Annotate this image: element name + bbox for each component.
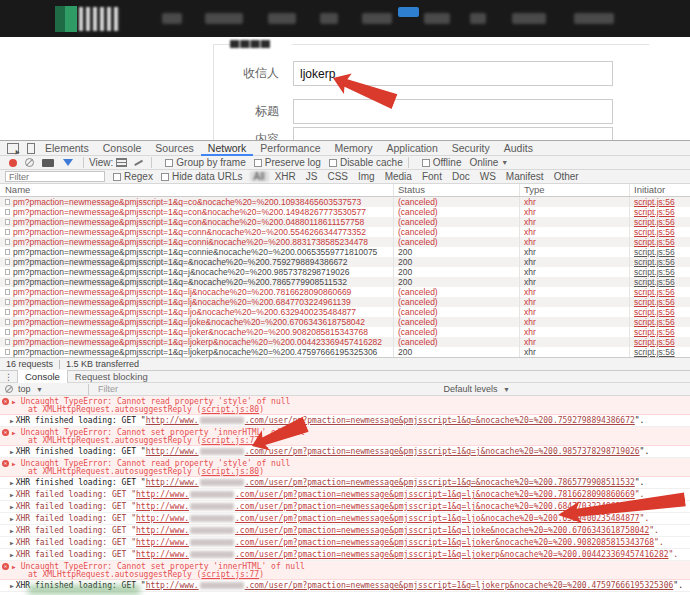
network-request-row[interactable]: pm?pmaction=newmessage&pmjsscript=1&q=lj… [0, 327, 690, 337]
censored-nav-item[interactable] [470, 13, 486, 24]
devtools-tab-performance[interactable]: Performance [253, 141, 327, 156]
devtools-tab-security[interactable]: Security [445, 141, 497, 156]
type-chip-css[interactable]: CSS [323, 171, 352, 182]
censored-nav-item[interactable] [424, 13, 450, 24]
console-levels-select[interactable]: Default levels ▼ [444, 384, 510, 394]
filmstrip-icon[interactable] [42, 159, 54, 167]
column-header-name[interactable]: Name [0, 184, 394, 196]
expand-triangle-icon[interactable]: ▶ [10, 491, 14, 498]
censored-nav-item[interactable] [162, 13, 182, 24]
type-chip-font[interactable]: Font [418, 171, 446, 182]
disable-cache-checkbox[interactable] [329, 159, 337, 167]
devtools-tab-console[interactable]: Console [96, 141, 149, 156]
preserve-log-checkbox[interactable] [254, 159, 262, 167]
column-header-type[interactable]: Type [520, 184, 630, 196]
type-chip-manifest[interactable]: Manifest [502, 171, 548, 182]
request-url-link[interactable]: http://www..com/user/pm?pmaction=newmess… [146, 581, 674, 590]
view-waterfall-icon[interactable] [133, 158, 143, 167]
expand-triangle-icon[interactable]: ▶ [10, 417, 14, 424]
initiator-link[interactable]: script.js:56 [634, 327, 675, 337]
censored-nav-item[interactable] [320, 13, 338, 24]
devtools-tab-audits[interactable]: Audits [497, 141, 540, 156]
network-request-row[interactable]: pm?pmaction=newmessage&pmjsscript=1&q=co… [0, 227, 690, 237]
network-request-row[interactable]: pm?pmaction=newmessage&pmjsscript=1&q=lj… [0, 347, 690, 357]
content-input[interactable] [293, 127, 613, 140]
site-logo-text[interactable] [79, 7, 121, 31]
expand-triangle-icon[interactable]: ▶ [12, 396, 16, 407]
expand-triangle-icon[interactable]: ▶ [12, 427, 16, 438]
request-url-link[interactable]: http://www..com/user/pm?pmaction=newmess… [146, 416, 635, 425]
network-request-row[interactable]: pm?pmaction=newmessage&pmjsscript=1&q=co… [0, 237, 690, 247]
expand-triangle-icon[interactable]: ▶ [12, 561, 16, 572]
network-request-row[interactable]: pm?pmaction=newmessage&pmjsscript=1&q=j&… [0, 267, 690, 277]
drawer-menu-icon[interactable]: ⋮ [4, 372, 13, 382]
source-link[interactable]: script.js:77 [201, 570, 259, 579]
source-link[interactable]: script.js:80 [201, 467, 259, 476]
site-logo-icon[interactable] [55, 6, 77, 32]
network-request-row[interactable]: pm?pmaction=newmessage&pmjsscript=1&q=&n… [0, 257, 690, 267]
network-request-row[interactable]: pm?pmaction=newmessage&pmjsscript=1&q=lj… [0, 337, 690, 347]
expand-triangle-icon[interactable]: ▶ [10, 539, 14, 546]
censored-nav-item[interactable] [268, 13, 296, 24]
network-filter-input[interactable] [5, 171, 105, 182]
initiator-link[interactable]: script.js:56 [634, 197, 675, 207]
expand-triangle-icon[interactable]: ▶ [12, 458, 16, 469]
devtools-tab-memory[interactable]: Memory [327, 141, 379, 156]
network-request-row[interactable]: pm?pmaction=newmessage&pmjsscript=1&q=lj… [0, 297, 690, 307]
hide-data-urls-checkbox[interactable] [161, 173, 169, 181]
initiator-link[interactable]: script.js:56 [634, 297, 675, 307]
request-url-link[interactable]: http://www..com/user/pm?pmaction=newmess… [146, 447, 640, 456]
type-chip-ws[interactable]: WS [476, 171, 500, 182]
type-chip-other[interactable]: Other [550, 171, 583, 182]
censored-nav-item[interactable] [512, 13, 546, 24]
type-chip-img[interactable]: Img [354, 171, 379, 182]
expand-triangle-icon[interactable]: ▶ [10, 479, 14, 486]
network-request-row[interactable]: pm?pmaction=newmessage&pmjsscript=1&q=co… [0, 247, 690, 257]
device-toolbar-icon[interactable] [27, 143, 35, 154]
expand-triangle-icon[interactable]: ▶ [10, 503, 14, 510]
initiator-link[interactable]: script.js:56 [634, 247, 675, 257]
request-url-link[interactable]: http://www..com/user/pm?pmaction=newmess… [146, 478, 635, 487]
expand-triangle-icon[interactable]: ▶ [10, 448, 14, 455]
view-grid-icon[interactable] [116, 158, 127, 167]
initiator-link[interactable]: script.js:56 [634, 257, 675, 267]
drawer-tab-request-blocking[interactable]: Request blocking [68, 370, 155, 383]
drawer-tab-console[interactable]: Console [17, 370, 68, 383]
clear-console-icon[interactable] [5, 385, 13, 393]
network-request-row[interactable]: pm?pmaction=newmessage&pmjsscript=1&q=co… [0, 197, 690, 207]
initiator-link[interactable]: script.js:56 [634, 217, 675, 227]
offline-checkbox[interactable] [422, 159, 430, 167]
initiator-link[interactable]: script.js:56 [634, 227, 675, 237]
initiator-link[interactable]: script.js:56 [634, 337, 675, 347]
clear-icon[interactable] [25, 158, 34, 167]
initiator-link[interactable]: script.js:56 [634, 307, 675, 317]
column-header-status[interactable]: Status [394, 184, 520, 196]
initiator-link[interactable]: script.js:56 [634, 287, 675, 297]
expand-triangle-icon[interactable]: ▶ [10, 551, 14, 558]
console-filter-input[interactable]: Filter [98, 384, 118, 394]
request-url-link[interactable]: http://www..com/user/pm?pmaction=newmess… [136, 550, 668, 559]
type-chip-all[interactable]: All [250, 171, 269, 182]
devtools-tab-application[interactable]: Application [379, 141, 444, 156]
initiator-link[interactable]: script.js:56 [634, 277, 675, 287]
initiator-link[interactable]: script.js:56 [634, 317, 675, 327]
network-request-row[interactable]: pm?pmaction=newmessage&pmjsscript=1&q=lj… [0, 287, 690, 297]
group-by-frame-checkbox[interactable] [165, 159, 173, 167]
type-chip-doc[interactable]: Doc [448, 171, 474, 182]
devtools-tab-sources[interactable]: Sources [148, 141, 201, 156]
console-context-select[interactable]: top ▼ [18, 384, 43, 394]
request-url-link[interactable]: http://www..com/user/pm?pmaction=newmess… [136, 538, 654, 547]
network-request-row[interactable]: pm?pmaction=newmessage&pmjsscript=1&q=co… [0, 217, 690, 227]
regex-checkbox[interactable] [113, 173, 121, 181]
filter-funnel-icon[interactable] [63, 159, 73, 166]
devtools-tab-network[interactable]: Network [201, 141, 254, 156]
initiator-link[interactable]: script.js:56 [634, 237, 675, 247]
inspect-element-icon[interactable] [7, 143, 19, 154]
expand-triangle-icon[interactable]: ▶ [10, 582, 14, 589]
initiator-link[interactable]: script.js:56 [634, 267, 675, 277]
source-link[interactable]: script.js:80 [201, 405, 259, 414]
initiator-link[interactable]: script.js:56 [634, 347, 675, 357]
censored-nav-item[interactable] [205, 13, 243, 24]
type-chip-xhr[interactable]: XHR [271, 171, 300, 182]
censored-nav-item[interactable] [362, 13, 392, 24]
